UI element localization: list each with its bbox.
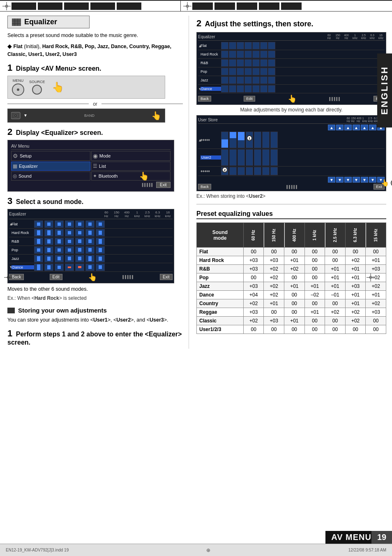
main-content: Equalizer Selects a preset sound mode su… xyxy=(0,12,392,349)
us-bar-2-7 xyxy=(270,149,278,166)
v1k-cell: 00 xyxy=(304,248,325,256)
bc xyxy=(237,68,244,75)
eq-row-flat[interactable]: ▲ Flat xyxy=(9,220,173,229)
bar-cell xyxy=(75,229,84,236)
bar-cell xyxy=(96,246,105,254)
bc xyxy=(221,68,228,75)
source-button-group: SOURCE xyxy=(29,80,45,95)
bar-cell xyxy=(34,246,43,254)
eq-row-dance[interactable]: ▼ Dance xyxy=(9,263,173,272)
page-wrapper: ENGLISH Equalizer S xyxy=(0,0,392,556)
khz1-header: 1 kHz xyxy=(304,223,325,248)
up-btn-5[interactable]: ▲ xyxy=(361,125,368,130)
us-back-btn[interactable]: Back xyxy=(198,184,211,190)
v400-cell: +01 xyxy=(284,256,305,265)
rnb-row-name: R&B xyxy=(12,239,34,243)
bc xyxy=(268,51,275,58)
v15k-cell: +01 xyxy=(366,291,386,299)
v63k-cell: +01 xyxy=(345,265,366,273)
v150-cell: +01 xyxy=(264,299,284,308)
table-row: Dance +04 +02 00 −02 −01 +01 +01 xyxy=(197,291,386,299)
us-bar-2-3 xyxy=(238,149,245,166)
menu-button-dot xyxy=(17,88,19,91)
bc xyxy=(260,59,267,67)
back-btn-2[interactable]: Back xyxy=(198,96,211,102)
us-bar-7 xyxy=(270,132,278,148)
freq-63khz: 6.3kHz xyxy=(153,211,162,218)
down-btn-4[interactable]: ▼ xyxy=(353,177,360,183)
eq-row-jazz[interactable]: Jazz xyxy=(9,255,173,263)
down-btn-3[interactable]: ▼ xyxy=(344,177,352,183)
bc xyxy=(221,85,228,93)
bc xyxy=(244,51,252,58)
us-bar-1 xyxy=(221,132,228,148)
table-header-row: Soundmode 60 Hz 150 Hz 400 Hz 1 kHz 2.5 … xyxy=(197,223,386,248)
bar-cell xyxy=(34,229,43,236)
hardrock-bars xyxy=(34,229,105,236)
v15k-cell: +02 xyxy=(366,282,386,291)
us-footer: Back ▌▌▌▌▌ Exit xyxy=(198,184,385,190)
storing-heading: Storing your own adjustments xyxy=(7,307,183,314)
down-btn-6[interactable]: ▼ xyxy=(369,177,376,183)
bar-cell xyxy=(55,264,64,271)
equalizer-item[interactable]: ▦ Equalizer xyxy=(11,162,90,171)
down-btn-1[interactable]: ▼ xyxy=(328,177,335,183)
bc xyxy=(260,85,267,93)
right-step2-heading: 2 Adjust the settings, then store. xyxy=(196,18,386,29)
eq-screen-title: Equalizer xyxy=(9,212,26,216)
bar-cell xyxy=(34,264,43,271)
bottom-bar: EN12-19_KW-ADV792[J]3.indd 19 ⊕ 12/22/08… xyxy=(0,544,392,556)
or-line-left xyxy=(7,104,89,104)
modes-list: ◆ Flat (Initial), Hard Rock, R&B, Pop, J… xyxy=(7,42,183,58)
exit-btn-2[interactable]: Exit xyxy=(160,274,173,280)
a-freq-16k: 16kHz xyxy=(377,34,385,39)
table-row: Jazz +03 +02 +01 +01 +01 +03 +02 xyxy=(197,282,386,291)
us-bars-3 xyxy=(221,167,278,175)
up-btn-6[interactable]: ▲ xyxy=(369,125,376,130)
v400-cell: 00 xyxy=(284,308,305,317)
up-btn-1[interactable]: ▲ xyxy=(328,125,335,130)
menu-button[interactable] xyxy=(12,83,24,96)
hand-cursor-6-icon: 👆 xyxy=(381,179,389,187)
us-bar-3-5 xyxy=(254,167,261,175)
bullet-icon: ◆ xyxy=(7,43,12,49)
top-bar-right xyxy=(181,1,392,11)
a-hr-bars xyxy=(221,51,275,58)
mode-icon: ◉ xyxy=(93,153,98,159)
up-btn-3[interactable]: ▲ xyxy=(344,125,352,130)
us-bar-4: 1 xyxy=(246,132,253,148)
hand-cursor-5-icon: 👆 xyxy=(288,94,297,103)
v150-cell: +02 xyxy=(264,273,284,282)
a-pop-name: Pop xyxy=(201,70,221,74)
edit-btn[interactable]: Edit xyxy=(50,274,62,280)
a-freq-400: 400Hz xyxy=(343,34,350,39)
v1k-cell: 00 xyxy=(304,256,325,265)
down-btn-5[interactable]: ▼ xyxy=(361,177,368,183)
v25k-cell: 00 xyxy=(325,248,346,256)
v60-cell: +03 xyxy=(243,256,264,265)
av-menu-screen: AV Menu ⚙ Setup ◉ Mode ▦ Equalizer xyxy=(7,140,174,192)
eq-row-hardrock[interactable]: Hard Rock xyxy=(9,229,173,237)
v400-cell: 00 xyxy=(284,325,305,334)
eq-row-rnb[interactable]: R&B xyxy=(9,237,173,246)
up-btn-4[interactable]: ▲ xyxy=(353,125,360,130)
bar-cell xyxy=(65,255,74,262)
english-label: ENGLISH xyxy=(379,66,390,115)
a-dance-name: Dance xyxy=(201,87,221,91)
us-dots: ▌▌▌▌▌ xyxy=(286,185,298,189)
v15k-cell: +03 xyxy=(366,308,386,317)
v25k-cell: +02 xyxy=(325,308,346,317)
khz15-header: 15 kHz xyxy=(366,223,386,248)
eq-row-pop[interactable]: Pop xyxy=(9,246,173,255)
up-btn-2[interactable]: ▲ xyxy=(336,125,344,130)
sound-name-cell: Dance xyxy=(197,291,244,299)
bar-cell xyxy=(96,229,105,236)
exit-btn-1[interactable]: Exit xyxy=(156,182,171,188)
down-btn-2[interactable]: ▼ xyxy=(336,177,344,183)
edit-btn-2[interactable]: Edit xyxy=(244,96,255,102)
source-button[interactable] xyxy=(32,85,42,95)
v150-cell: 00 xyxy=(264,248,284,256)
right-step2-number: 2 xyxy=(196,18,201,28)
freq-25khz: 2.5kHz xyxy=(143,211,152,218)
storing-icon xyxy=(7,308,15,313)
